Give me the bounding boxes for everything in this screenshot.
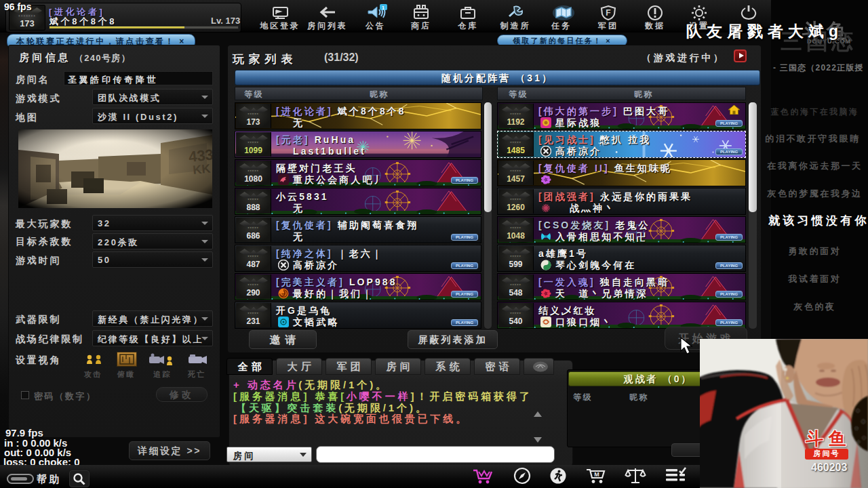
svg-text:1: 1: [382, 5, 385, 11]
svg-text:M: M: [594, 471, 599, 478]
svg-text:F: F: [606, 8, 610, 18]
